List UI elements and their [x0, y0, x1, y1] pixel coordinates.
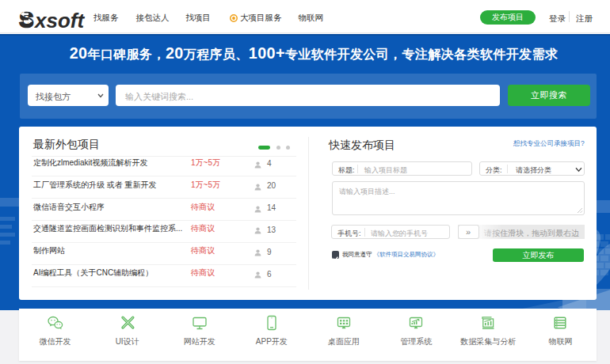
- svg-text:xsoft: xsoft: [33, 9, 85, 31]
- svg-text:S: S: [20, 8, 33, 32]
